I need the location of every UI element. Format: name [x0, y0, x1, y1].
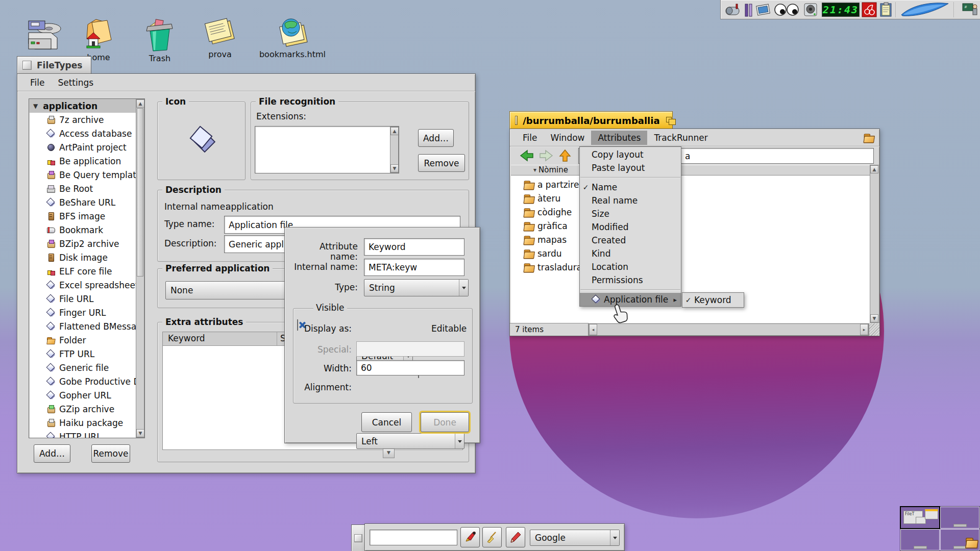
workspace-2[interactable]: [940, 507, 979, 529]
filetypes-window-tab[interactable]: FileTypes: [17, 56, 91, 74]
menu-window[interactable]: Window: [544, 131, 591, 145]
menu-file[interactable]: File: [516, 131, 544, 145]
desktop-icon-mounted-disk[interactable]: [20, 18, 66, 52]
menu-item-kind[interactable]: Kind: [580, 247, 681, 260]
close-icon[interactable]: [22, 61, 32, 70]
clock[interactable]: 21:43: [822, 3, 860, 17]
menu-item-created[interactable]: Created: [580, 234, 681, 247]
resize-grip[interactable]: [869, 323, 879, 336]
filetype-list-item[interactable]: Excel spreadsheet: [29, 278, 137, 292]
desktop-icon-home[interactable]: home: [81, 17, 116, 62]
chevron-down-icon[interactable]: [459, 280, 468, 296]
zoom-icon[interactable]: [665, 116, 667, 125]
filetype-list-item[interactable]: Generic file: [29, 361, 137, 374]
menu-file[interactable]: File: [23, 76, 51, 90]
filetype-list-item[interactable]: 7z archive: [29, 113, 137, 127]
screenshot-icon[interactable]: [755, 2, 771, 17]
chevron-down-icon[interactable]: [610, 530, 619, 545]
process-bars-icon[interactable]: [744, 2, 753, 17]
desktop-icon-prova[interactable]: prova: [202, 16, 238, 59]
workspace-1[interactable]: FileT: [900, 507, 940, 529]
clear-button[interactable]: [482, 527, 502, 547]
column-header-name[interactable]: Nòmine: [538, 165, 568, 174]
feather-icon[interactable]: [898, 2, 951, 18]
extensions-scrollbar[interactable]: ▲ ▼: [390, 127, 399, 173]
done-button[interactable]: Done: [421, 412, 469, 432]
filetype-list-item[interactable]: BFS image: [29, 209, 137, 223]
filetype-list-item[interactable]: HTTP URL: [29, 430, 137, 438]
folder-row[interactable]: a partzire: [511, 178, 870, 191]
folder-row[interactable]: mapas: [511, 233, 870, 246]
presenter-icon[interactable]: #: [962, 2, 979, 18]
scroll-down-icon[interactable]: ▼: [390, 164, 399, 172]
mailbox-icon[interactable]: [725, 2, 742, 17]
folder-row[interactable]: gràfica: [511, 219, 870, 233]
filetype-list-scrollbar[interactable]: ▲ ▼: [136, 99, 144, 438]
menu-item-copy-layout[interactable]: Copy layout: [580, 148, 681, 161]
eyes-icon[interactable]: [774, 2, 799, 17]
submenu-item-keyword[interactable]: ✓Keyword: [682, 293, 744, 307]
filetype-group-row[interactable]: ▼ application: [29, 99, 144, 113]
filetype-list-item[interactable]: File URL: [29, 292, 137, 306]
menu-item-real-name[interactable]: Real name: [580, 194, 681, 207]
horizontal-scrollbar[interactable]: ◂ ▸: [589, 323, 869, 336]
scroll-down-icon[interactable]: ▼: [870, 314, 878, 322]
desktop-icon-trash[interactable]: Trash: [142, 18, 178, 63]
launch-button[interactable]: [460, 527, 480, 547]
expander-icon[interactable]: ▼: [33, 103, 38, 110]
filetype-list-item[interactable]: Haiku package: [29, 416, 137, 430]
chevron-down-icon[interactable]: [455, 434, 464, 448]
filetype-list-item[interactable]: Folder: [29, 333, 137, 347]
scroll-left-icon[interactable]: ◂: [589, 324, 597, 335]
filetype-list-item[interactable]: Flattened BMessage: [29, 319, 137, 333]
menu-attributes[interactable]: Attributes: [591, 131, 647, 145]
filetype-list-item[interactable]: Gobe Productive Do: [29, 374, 137, 388]
menu-trackrunner[interactable]: TrackRunner: [647, 131, 714, 145]
filetype-list-item[interactable]: Bookmark: [29, 223, 137, 237]
menu-item-paste-layout[interactable]: Paste layout: [580, 161, 681, 174]
close-icon[interactable]: [515, 116, 518, 125]
clipboard-icon[interactable]: [879, 2, 893, 18]
filetype-list-item[interactable]: Finger URL: [29, 306, 137, 319]
search-engine-menufield[interactable]: Google: [530, 530, 620, 546]
search-input[interactable]: [370, 530, 457, 545]
menu-item-size[interactable]: Size: [580, 207, 681, 220]
edit-button[interactable]: [506, 527, 525, 547]
menu-item-permissions[interactable]: Permissions: [580, 273, 681, 287]
add-type-button[interactable]: Add…: [34, 444, 70, 463]
remove-extension-button[interactable]: Remove: [418, 154, 465, 172]
menu-item-location[interactable]: Location: [580, 260, 681, 273]
filetype-list-item[interactable]: Be Root: [29, 182, 137, 195]
filetype-list-item[interactable]: ELF core file: [29, 264, 137, 278]
menu-item-application-file[interactable]: Application file▸: [580, 293, 681, 306]
scroll-up-icon[interactable]: ▲: [136, 99, 144, 108]
up-icon[interactable]: [558, 148, 572, 163]
alignment-menufield[interactable]: Left: [356, 433, 464, 449]
type-menufield[interactable]: String: [364, 279, 469, 296]
menu-item-modified[interactable]: Modified: [580, 220, 681, 234]
internal-name-field[interactable]: [364, 259, 464, 276]
filetype-list-item[interactable]: BZip2 archive: [29, 237, 137, 251]
menu-settings[interactable]: Settings: [51, 76, 100, 90]
workspace-3[interactable]: [900, 529, 940, 551]
volume-icon[interactable]: [802, 2, 819, 18]
menu-item-name[interactable]: ✓Name: [580, 181, 681, 194]
folder-row[interactable]: còdighe: [511, 205, 870, 219]
filetype-list-item[interactable]: BeShare URL: [29, 195, 137, 209]
folder-icon[interactable]: [863, 132, 875, 143]
width-field[interactable]: [356, 360, 464, 375]
filetype-list-item[interactable]: Access database: [29, 127, 137, 140]
add-extension-button[interactable]: Add…: [418, 129, 454, 147]
forward-icon[interactable]: [538, 148, 554, 163]
extensions-list[interactable]: ▲ ▼: [255, 126, 399, 173]
desktop-icon-bookmarks[interactable]: bookmarks.html: [264, 16, 321, 59]
attribute-name-field[interactable]: [364, 238, 464, 256]
filetype-list-item[interactable]: Be Query template: [29, 168, 137, 182]
search-window-tab[interactable]: [351, 524, 365, 551]
filetype-list-item[interactable]: FTP URL: [29, 347, 137, 361]
close-icon[interactable]: [354, 534, 362, 542]
filetype-list[interactable]: ▼ application 7z archiveAccess databaseA…: [29, 98, 145, 438]
type-icon-preview[interactable]: [186, 123, 218, 155]
scroll-right-icon[interactable]: ▸: [860, 324, 868, 335]
folder-row[interactable]: àteru: [511, 191, 870, 205]
